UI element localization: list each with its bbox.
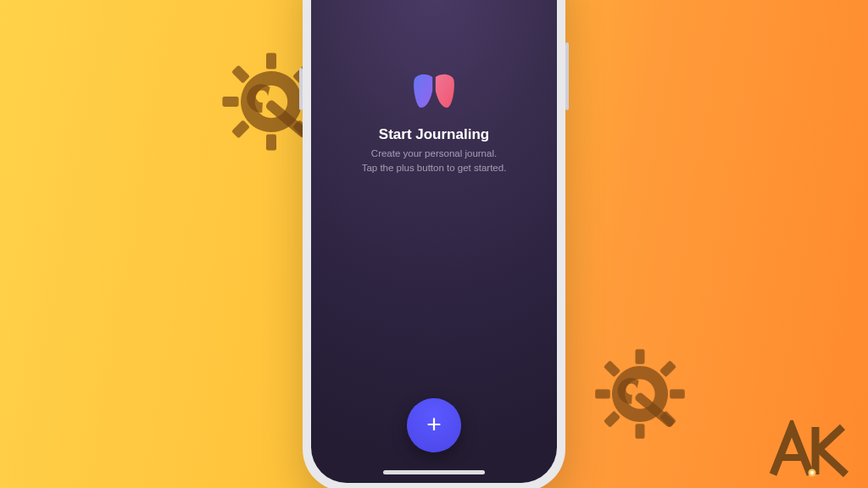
plus-icon: + [426, 412, 442, 437]
svg-rect-15 [604, 411, 620, 428]
empty-state: Start Journaling Create your personal jo… [311, 72, 557, 175]
svg-rect-9 [636, 349, 645, 364]
svg-rect-1 [266, 134, 276, 150]
svg-point-19 [810, 471, 814, 474]
ak-watermark [768, 420, 853, 480]
svg-rect-4 [231, 65, 250, 84]
svg-rect-6 [231, 119, 250, 138]
svg-rect-0 [266, 53, 276, 69]
svg-rect-12 [670, 390, 685, 399]
svg-rect-13 [604, 360, 620, 377]
journal-app-icon [411, 72, 457, 111]
svg-rect-10 [636, 424, 645, 439]
add-entry-button[interactable]: + [407, 398, 461, 452]
svg-rect-2 [222, 97, 238, 107]
svg-rect-11 [595, 390, 610, 399]
svg-rect-14 [659, 360, 676, 377]
phone-frame: Start Journaling Create your personal jo… [303, 0, 565, 488]
empty-state-subtitle-2: Tap the plus button to get started. [362, 161, 507, 175]
phone-screen: Start Journaling Create your personal jo… [311, 0, 557, 483]
gear-wrench-icon [593, 347, 687, 441]
empty-state-title: Start Journaling [379, 126, 489, 143]
empty-state-subtitle-1: Create your personal journal. [371, 147, 497, 161]
home-indicator[interactable] [383, 470, 485, 474]
